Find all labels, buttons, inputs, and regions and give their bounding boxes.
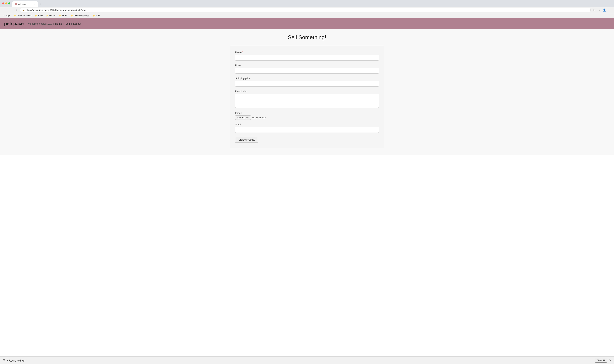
download-bar-actions: Show All ✕ xyxy=(595,358,611,362)
description-field-group: Description* xyxy=(235,90,379,108)
welcome-text: welcome, catlady101 xyxy=(28,22,52,25)
choose-file-button[interactable]: Choose file xyxy=(235,116,251,120)
price-input[interactable] xyxy=(235,68,379,74)
bookmark-apps-label: Apps xyxy=(6,14,10,17)
page-content: petspace welcome, catlady101 | Home | Se… xyxy=(0,18,614,362)
tab-favicon xyxy=(15,3,17,5)
lock-icon: 🔒 xyxy=(22,9,25,11)
browser-frame: petspace ✕ + ← → ↻ 🔒 🗝 ☆ 👤 ⋮ ⊞ Apps 📁 xyxy=(0,0,614,18)
image-label: Image xyxy=(235,112,379,115)
file-input-wrapper: Choose file No file chosen xyxy=(235,116,379,120)
download-bar-close-button[interactable]: ✕ xyxy=(609,359,611,362)
stock-field-group: Stock xyxy=(235,123,379,133)
nav-separator-2: | xyxy=(63,22,65,25)
maximize-button[interactable] xyxy=(8,2,10,4)
bookmark-github-label: Github xyxy=(49,14,55,17)
name-field-group: Name* xyxy=(235,51,379,61)
description-label: Description* xyxy=(235,90,379,93)
menu-button[interactable]: ⋮ xyxy=(608,8,612,12)
nav-bar: ← → ↻ 🔒 🗝 ☆ 👤 ⋮ xyxy=(0,7,614,13)
bookmark-interesting-label: Interesting things xyxy=(74,14,90,17)
nav-separator-1: | xyxy=(52,22,54,25)
active-tab[interactable]: petspace ✕ xyxy=(12,1,38,7)
new-tab-button[interactable]: + xyxy=(38,2,43,7)
name-required-indicator: * xyxy=(242,51,243,54)
bookmarks-bar: ⊞ Apps 📁 Coder Academy 📁 Ruby 📁 Github 📁… xyxy=(0,13,614,18)
forward-button[interactable]: → xyxy=(8,8,13,12)
traffic-lights xyxy=(0,1,12,6)
sell-form-card: Name* Price Shipping price Description* xyxy=(230,46,384,148)
site-header: petspace welcome, catlady101 | Home | Se… xyxy=(0,18,614,29)
price-field-group: Price xyxy=(235,64,379,74)
description-textarea[interactable] xyxy=(235,94,379,108)
page-title: Sell Something! xyxy=(3,34,611,40)
nav-sell-link[interactable]: Sell xyxy=(65,22,70,25)
create-product-button[interactable]: Create Product xyxy=(235,137,258,143)
download-file-name: soft_toy_dog.jpeg xyxy=(7,359,25,362)
name-input[interactable] xyxy=(235,55,379,61)
folder-icon-ruby: 📁 xyxy=(35,14,37,17)
shipping-input[interactable] xyxy=(235,81,379,87)
bookmark-scss[interactable]: 📁 SCSS xyxy=(57,14,69,17)
shipping-label: Shipping price xyxy=(235,77,379,80)
show-all-button[interactable]: Show All xyxy=(595,358,607,362)
bookmark-coder-academy-label: Coder Academy xyxy=(17,14,31,17)
apps-icon: ⊞ xyxy=(3,14,5,17)
folder-icon-scss: 📁 xyxy=(59,14,61,17)
profile-button[interactable]: 👤 xyxy=(602,8,607,12)
nav-actions: 🗝 ☆ 👤 ⋮ xyxy=(592,8,612,12)
price-label: Price xyxy=(235,64,379,67)
download-chevron-icon[interactable]: ^ xyxy=(26,359,27,362)
bookmark-github[interactable]: 📁 Github xyxy=(45,14,57,17)
folder-icon-github: 📁 xyxy=(46,14,49,17)
url-bar[interactable]: 🔒 xyxy=(20,8,591,12)
bookmark-coder-academy[interactable]: 📁 Coder Academy xyxy=(12,14,33,17)
site-logo: petspace xyxy=(4,21,24,26)
stock-label: Stock xyxy=(235,123,379,126)
image-field-group: Image Choose file No file chosen xyxy=(235,112,379,120)
nav-logout-link[interactable]: Logout xyxy=(73,22,81,25)
bookmark-apps[interactable]: ⊞ Apps xyxy=(2,14,12,17)
download-file-icon: 🖼 xyxy=(3,359,5,362)
download-bar: 🖼 soft_toy_dog.jpeg ^ Show All ✕ xyxy=(0,356,614,362)
reload-button[interactable]: ↻ xyxy=(14,8,19,12)
bookmark-star-button[interactable]: ☆ xyxy=(597,8,601,12)
nav-home-link[interactable]: Home xyxy=(55,22,62,25)
stock-input[interactable] xyxy=(235,127,379,133)
bookmark-scss-label: SCSS xyxy=(62,14,68,17)
folder-icon-css: 📁 xyxy=(93,14,96,17)
name-label: Name* xyxy=(235,51,379,54)
bookmark-interesting-things[interactable]: 📁 Interesting things xyxy=(70,14,91,17)
description-required-indicator: * xyxy=(248,90,248,93)
bookmark-css[interactable]: 📁 CSS xyxy=(92,14,102,17)
url-input[interactable] xyxy=(26,9,588,11)
key-icon-button[interactable]: 🗝 xyxy=(592,8,596,12)
folder-icon: 📁 xyxy=(14,14,16,17)
close-button[interactable] xyxy=(2,2,4,4)
no-file-text: No file chosen xyxy=(252,116,266,119)
bookmark-ruby-label: Ruby xyxy=(38,14,43,17)
site-nav: welcome, catlady101 | Home | Sell | Logo… xyxy=(28,22,81,25)
main-area: Sell Something! Name* Price Shipping pri… xyxy=(0,29,614,155)
shipping-field-group: Shipping price xyxy=(235,77,379,87)
nav-separator-3: | xyxy=(70,22,72,25)
folder-icon-interesting: 📁 xyxy=(71,14,73,17)
download-item: 🖼 soft_toy_dog.jpeg ^ xyxy=(3,359,27,362)
bookmark-ruby[interactable]: 📁 Ruby xyxy=(34,14,44,17)
bookmark-css-label: CSS xyxy=(96,14,100,17)
back-button[interactable]: ← xyxy=(2,8,7,12)
tab-close-button[interactable]: ✕ xyxy=(34,3,36,5)
minimize-button[interactable] xyxy=(5,2,7,4)
tab-title: petspace xyxy=(18,3,33,5)
